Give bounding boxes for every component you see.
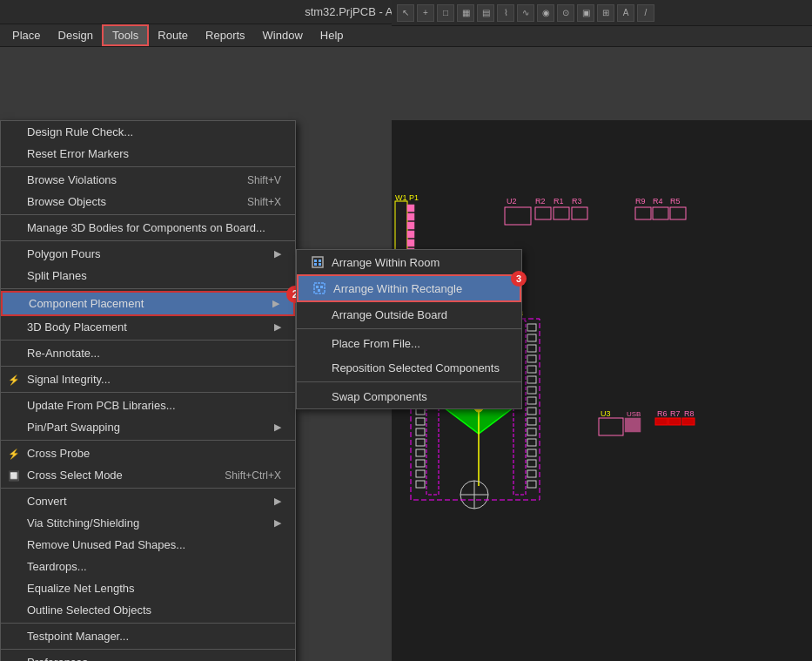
- separator-3: [1, 240, 295, 241]
- svg-rect-60: [527, 470, 536, 477]
- toolbar-via-icon[interactable]: ⊙: [557, 4, 574, 22]
- tools-cross-select-mode[interactable]: 🔲 Cross Select Mode Shift+Ctrl+X: [1, 464, 295, 486]
- cross-probe-icon: ⚡: [8, 448, 20, 459]
- svg-rect-65: [625, 418, 641, 432]
- cross-select-icon: 🔲: [8, 469, 20, 481]
- tools-3d-body-placement[interactable]: 3D Body Placement ▶: [1, 316, 295, 338]
- menu-tools[interactable]: Tools: [102, 24, 149, 46]
- toolbar-wave-icon[interactable]: ∿: [517, 4, 534, 22]
- svg-rect-48: [527, 345, 536, 352]
- submenu-arrange-within-room[interactable]: Arrange Within Room: [297, 250, 521, 274]
- via-stitching-arrow: ▶: [274, 517, 281, 529]
- tools-pin-part-swapping[interactable]: Pin/Part Swapping ▶: [1, 416, 295, 438]
- pin-part-arrow: ▶: [274, 422, 281, 433]
- svg-text:U3: U3: [601, 409, 611, 418]
- svg-text:USB: USB: [627, 410, 641, 418]
- reposition-icon: [311, 361, 325, 374]
- menu-design[interactable]: Design: [50, 24, 102, 46]
- svg-rect-69: [668, 418, 681, 425]
- tools-convert[interactable]: Convert ▶: [1, 490, 295, 512]
- toolbar-route-icon[interactable]: ⌇: [497, 4, 514, 22]
- toolbar-measure-icon[interactable]: ⊞: [597, 4, 614, 22]
- svg-text:R4: R4: [653, 197, 663, 206]
- separator-2: [1, 214, 295, 215]
- separator-9: [1, 488, 295, 489]
- svg-text:R8: R8: [684, 409, 695, 418]
- tools-re-annotate[interactable]: Re-Annotate...: [1, 342, 295, 364]
- svg-rect-71: [682, 418, 695, 425]
- tools-outline-selected[interactable]: Outline Selected Objects: [1, 599, 295, 621]
- submenu-arrange-outside-board[interactable]: Arrange Outside Board: [297, 302, 521, 327]
- arrange-rect-icon: [312, 281, 326, 295]
- toolbar-rect-icon[interactable]: □: [437, 4, 454, 22]
- tools-browse-violations[interactable]: Browse Violations Shift+V: [1, 169, 295, 191]
- svg-rect-39: [416, 428, 425, 435]
- badge-3: 3: [511, 271, 527, 287]
- separator-11: [1, 649, 295, 650]
- svg-rect-55: [527, 418, 536, 425]
- svg-rect-38: [416, 418, 425, 425]
- svg-rect-78: [319, 260, 321, 262]
- menu-reports[interactable]: Reports: [197, 24, 254, 46]
- separator-4: [1, 288, 295, 289]
- svg-rect-58: [527, 449, 536, 456]
- submenu-arrange-within-rectangle[interactable]: Arrange Within Rectangle 3: [297, 274, 521, 302]
- menu-help[interactable]: Help: [312, 24, 352, 46]
- toolbar-grid-icon[interactable]: ▤: [477, 4, 494, 22]
- tools-polygon-pours[interactable]: Polygon Pours ▶: [1, 243, 295, 265]
- place-file-icon: [311, 336, 325, 350]
- submenu-sep-1: [297, 328, 521, 329]
- tools-teardrops[interactable]: Teardrops...: [1, 556, 295, 577]
- main-area: U2 R2 R1 R3 R9 R4 R5 W1 P1 U1: [0, 120, 812, 661]
- svg-rect-49: [527, 355, 536, 362]
- tools-remove-unused[interactable]: Remove Unused Pad Shapes...: [1, 534, 295, 556]
- menu-window[interactable]: Window: [254, 24, 312, 46]
- tools-manage-3d[interactable]: Manage 3D Bodies for Components on Board…: [1, 217, 295, 239]
- toolbar-plus-icon[interactable]: +: [417, 4, 434, 22]
- tools-design-rule-check[interactable]: Design Rule Check...: [1, 121, 295, 143]
- svg-rect-47: [527, 334, 536, 341]
- tools-signal-integrity[interactable]: ⚡ Signal Integrity...: [1, 368, 295, 390]
- svg-rect-79: [314, 263, 317, 266]
- svg-rect-84: [318, 289, 320, 292]
- toolbar-cursor-icon[interactable]: ↖: [397, 4, 414, 22]
- tools-testpoint-manager[interactable]: Testpoint Manager...: [1, 625, 295, 647]
- tools-update-from-pcb[interactable]: Update From PCB Libraries...: [1, 395, 295, 416]
- tools-cross-probe[interactable]: ⚡ Cross Probe: [1, 442, 295, 464]
- tools-component-placement[interactable]: 2 Component Placement ▶: [1, 291, 295, 316]
- menu-bar: Place Design Tools Route Reports Window …: [0, 24, 812, 47]
- svg-rect-53: [527, 397, 536, 404]
- tools-via-stitching[interactable]: Via Stitching/Shielding ▶: [1, 512, 295, 534]
- svg-rect-20: [407, 239, 414, 246]
- swap-icon: [311, 389, 325, 403]
- tools-split-planes[interactable]: Split Planes: [1, 265, 295, 287]
- toolbar-pad-icon[interactable]: ◉: [537, 4, 554, 22]
- svg-rect-17: [407, 213, 414, 220]
- svg-rect-16: [407, 205, 414, 212]
- toolbar-chart-icon[interactable]: ▦: [457, 4, 474, 22]
- menu-route[interactable]: Route: [149, 24, 197, 46]
- submenu-reposition-selected[interactable]: Reposition Selected Components: [297, 355, 521, 380]
- svg-text:R2: R2: [535, 197, 546, 206]
- svg-text:R6: R6: [657, 409, 668, 418]
- tools-dropdown-menu: Design Rule Check... Reset Error Markers…: [0, 120, 296, 661]
- toolbar-brush-icon[interactable]: /: [637, 4, 654, 22]
- toolbar-text-icon[interactable]: A: [617, 4, 634, 22]
- submenu-place-from-file[interactable]: Place From File...: [297, 331, 521, 355]
- svg-rect-40: [416, 439, 425, 446]
- toolbar-layers-icon[interactable]: ▣: [577, 4, 594, 22]
- svg-text:R5: R5: [670, 197, 681, 206]
- svg-rect-46: [527, 324, 536, 331]
- arrange-room-icon: [311, 255, 325, 269]
- menu-place[interactable]: Place: [3, 24, 50, 46]
- tools-preferences[interactable]: Preferences...: [1, 651, 295, 661]
- tools-browse-objects[interactable]: Browse Objects Shift+X: [1, 191, 295, 212]
- tools-reset-error-markers[interactable]: Reset Error Markers: [1, 143, 295, 165]
- tools-equalize-net[interactable]: Equalize Net Lengths: [1, 577, 295, 599]
- svg-rect-8: [635, 207, 651, 219]
- submenu-swap-components[interactable]: Swap Components: [297, 384, 521, 408]
- svg-rect-52: [527, 387, 536, 394]
- component-placement-submenu: Arrange Within Room Arrange Within Recta…: [296, 249, 522, 409]
- separator-6: [1, 366, 295, 367]
- svg-rect-61: [527, 481, 536, 488]
